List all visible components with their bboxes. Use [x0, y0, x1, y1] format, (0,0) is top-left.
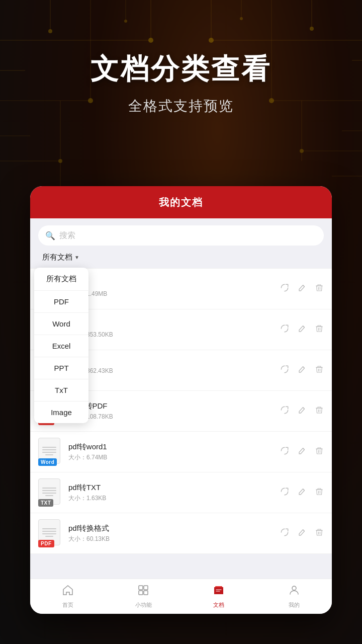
file-info: word 大小：353.50KB [68, 320, 274, 339]
hero-title: 文档分类查看 [0, 50, 362, 89]
svg-rect-43 [316, 448, 323, 449]
delete-icon[interactable] [315, 324, 324, 336]
edit-icon[interactable] [298, 528, 307, 539]
svg-rect-46 [316, 489, 323, 490]
file-info: word 大小：1.49MB [68, 280, 274, 298]
file-info: pdf转TXT 大小：1.63KB [68, 483, 274, 503]
nav-item-docs[interactable]: 文档 [181, 584, 256, 609]
edit-icon[interactable] [298, 406, 307, 417]
docs-icon [213, 584, 225, 599]
edit-icon[interactable] [298, 324, 307, 336]
svg-point-21 [124, 20, 127, 23]
file-actions [280, 527, 324, 540]
nav-label-tools: 小功能 [135, 601, 152, 609]
file-item[interactable]: PDF pdf转换格式 大小：60.13KB [30, 513, 332, 554]
card-ui: 我的文档 🔍 搜索 所有文档 ▼ 所有文档 PDF Word Excel PPT… [30, 186, 332, 614]
file-info: 大小：362.43KB [68, 365, 274, 375]
svg-point-23 [310, 27, 314, 31]
file-item[interactable]: TXT pdf转TXT 大小：1.63KB [30, 472, 332, 513]
search-placeholder: 搜索 [59, 230, 75, 241]
nav-label-docs: 文档 [213, 601, 224, 609]
search-bar[interactable]: 🔍 搜索 [38, 225, 324, 246]
svg-rect-54 [139, 591, 143, 595]
nav-item-tools[interactable]: 小功能 [106, 584, 181, 609]
file-actions [280, 405, 324, 418]
dropdown-item-word[interactable]: Word [34, 313, 88, 335]
edit-icon[interactable] [298, 446, 307, 458]
file-badge: TXT [38, 499, 53, 507]
file-badge: Word [38, 458, 57, 466]
svg-rect-40 [316, 408, 323, 409]
file-size: 大小：108.78KB [68, 413, 274, 421]
file-size: 大小：60.13KB [68, 535, 274, 543]
file-name: pdf转换格式 [68, 524, 274, 533]
file-size: 大小：6.74MB [68, 453, 274, 462]
share-icon[interactable] [280, 527, 290, 540]
dropdown-item-txt[interactable]: TxT [34, 379, 88, 401]
edit-icon[interactable] [298, 487, 307, 499]
svg-point-17 [58, 159, 62, 163]
card-header-title: 我的文档 [159, 196, 203, 209]
home-icon [62, 584, 74, 599]
delete-icon[interactable] [315, 527, 324, 540]
share-icon[interactable] [280, 364, 290, 377]
delete-icon[interactable] [315, 487, 324, 499]
nav-label-home: 首页 [62, 601, 73, 609]
file-size: 大小：1.63KB [68, 494, 274, 503]
nav-item-home[interactable]: 首页 [30, 584, 106, 609]
svg-point-12 [148, 38, 153, 43]
hero-subtitle: 全格式支持预览 [0, 97, 362, 116]
share-icon[interactable] [280, 487, 290, 499]
dropdown-item-all[interactable]: 所有文档 [34, 268, 88, 291]
nav-label-mine: 我的 [289, 601, 300, 609]
dropdown-item-image[interactable]: Image [34, 401, 88, 423]
file-badge: PDF [38, 540, 54, 547]
file-info: word转PDF 大小：108.78KB [68, 401, 274, 421]
dropdown-item-ppt[interactable]: PPT [34, 357, 88, 379]
svg-point-25 [240, 17, 243, 20]
file-actions [280, 324, 324, 336]
svg-point-13 [209, 38, 214, 43]
delete-icon[interactable] [315, 405, 324, 418]
file-actions [280, 364, 324, 377]
filter-current-label: 所有文档 [42, 253, 72, 262]
filter-button[interactable]: 所有文档 ▼ [38, 251, 83, 264]
file-name: word [68, 320, 274, 329]
delete-icon[interactable] [315, 446, 324, 458]
hero-section: 文档分类查看 全格式支持预览 [0, 50, 362, 116]
file-actions [280, 487, 324, 499]
svg-rect-55 [144, 591, 148, 595]
svg-rect-56 [214, 587, 223, 594]
file-icon: TXT [38, 478, 62, 507]
file-item[interactable]: Word pdf转word1 大小：6.74MB [30, 432, 332, 472]
svg-rect-31 [316, 285, 323, 286]
file-actions [280, 446, 324, 458]
file-name: pdf转TXT [68, 483, 274, 493]
file-icon: PDF [38, 519, 62, 547]
edit-icon[interactable] [298, 283, 307, 295]
share-icon[interactable] [280, 283, 290, 295]
file-size: 大小：353.50KB [68, 331, 274, 339]
svg-rect-53 [144, 586, 148, 590]
search-icon: 🔍 [45, 231, 55, 240]
nav-item-mine[interactable]: 我的 [256, 584, 332, 609]
mine-icon [288, 584, 300, 599]
share-icon[interactable] [280, 446, 290, 458]
edit-icon[interactable] [298, 365, 307, 376]
filter-row: 所有文档 ▼ 所有文档 PDF Word Excel PPT TxT Image [30, 251, 332, 268]
tools-icon [137, 584, 149, 599]
filter-dropdown: 所有文档 PDF Word Excel PPT TxT Image [34, 268, 88, 423]
dropdown-item-excel[interactable]: Excel [34, 335, 88, 357]
dropdown-item-pdf[interactable]: PDF [34, 291, 88, 313]
share-icon[interactable] [280, 405, 290, 418]
svg-rect-34 [316, 326, 323, 327]
delete-icon[interactable] [315, 364, 324, 377]
svg-point-16 [300, 149, 304, 153]
card-header: 我的文档 [30, 186, 332, 218]
file-icon: Word [38, 438, 62, 466]
share-icon[interactable] [280, 324, 290, 336]
file-info: pdf转word1 大小：6.74MB [68, 442, 274, 462]
filter-arrow-icon: ▼ [74, 255, 79, 260]
delete-icon[interactable] [315, 283, 324, 295]
svg-point-19 [48, 29, 52, 33]
